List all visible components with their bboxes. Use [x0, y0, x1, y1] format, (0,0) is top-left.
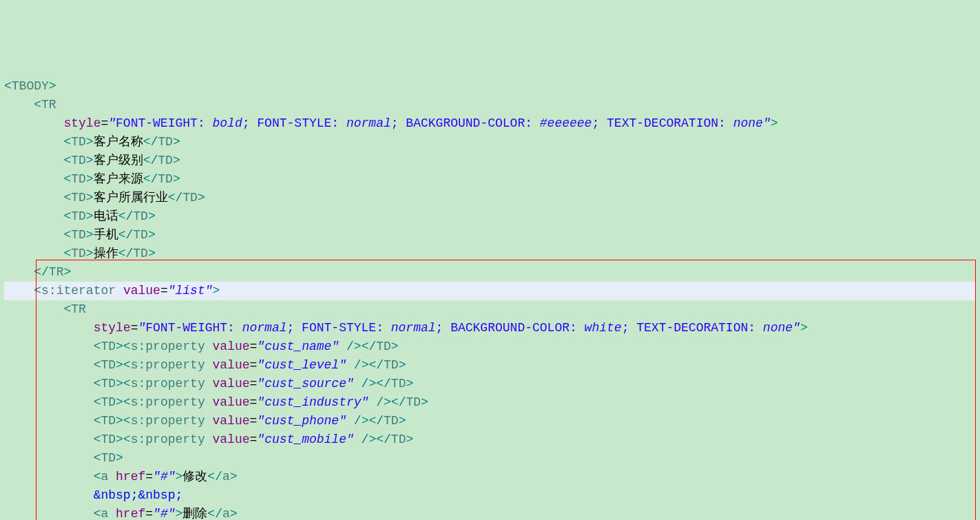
- attr-value: normal: [391, 321, 436, 335]
- tag-name: TD: [101, 358, 116, 372]
- angle-bracket: <: [123, 414, 131, 428]
- angle-bracket: <: [362, 340, 369, 353]
- angle-bracket: >: [173, 135, 180, 149]
- equals: =: [145, 507, 153, 520]
- code-line: <TD>: [4, 451, 123, 465]
- slash: /: [354, 414, 362, 428]
- equals: =: [250, 340, 258, 353]
- tag-name: TD: [391, 433, 406, 446]
- attr-name: href: [116, 470, 145, 483]
- tag-name: a: [222, 470, 230, 483]
- equals: =: [250, 377, 258, 391]
- tag-name: TD: [71, 228, 86, 242]
- tag-name: s:property: [131, 395, 205, 409]
- text-content: 客户级别: [94, 154, 143, 167]
- angle-bracket: <: [63, 247, 71, 260]
- slash: /: [150, 172, 158, 186]
- code-line: <TD>客户所属行业</TD>: [4, 191, 205, 205]
- equals: =: [160, 284, 168, 298]
- angle-bracket: >: [176, 507, 183, 520]
- attr-value: "cust_phone": [257, 414, 346, 428]
- code-line: <TD>手机</TD>: [4, 228, 156, 242]
- code-line: <TD>客户名称</TD>: [4, 135, 180, 149]
- tag-name: s:property: [131, 358, 205, 372]
- angle-bracket: >: [771, 116, 778, 130]
- attr-value: "cust_source": [257, 377, 353, 391]
- attr-value: "cust_mobile": [257, 433, 353, 446]
- attr-name: style: [63, 116, 101, 130]
- tag-name: TD: [101, 340, 116, 353]
- attr-value: FONT-WEIGHT:: [116, 116, 212, 130]
- tag-name: TD: [133, 228, 148, 242]
- slash: /: [41, 265, 49, 279]
- tag-name: s:property: [131, 414, 205, 428]
- code-line: <TD><s:property value="cust_source" /></…: [4, 377, 413, 391]
- attr-value: ; FONT-STYLE:: [242, 116, 346, 130]
- text-content: 操作: [94, 247, 118, 260]
- tag-name: a: [101, 470, 108, 483]
- slash: /: [362, 433, 369, 446]
- text-content: 客户名称: [94, 135, 143, 149]
- equals: =: [250, 358, 258, 372]
- tag-name: s:property: [131, 433, 205, 446]
- code-line: <TBODY>: [4, 79, 56, 93]
- angle-bracket: <: [63, 154, 71, 167]
- attr-name: value: [213, 377, 250, 391]
- angle-bracket: <: [34, 265, 41, 279]
- angle-bracket: >: [148, 228, 156, 242]
- angle-bracket: <: [376, 377, 384, 391]
- equals: =: [131, 321, 138, 335]
- code-line: <TD>客户来源</TD>: [4, 172, 180, 186]
- angle-bracket: >: [116, 433, 123, 446]
- attr-name: href: [116, 507, 145, 520]
- slash: /: [125, 247, 133, 260]
- angle-bracket: >: [384, 395, 391, 409]
- angle-bracket: <: [94, 451, 101, 465]
- angle-bracket: >: [116, 414, 123, 428]
- angle-bracket: >: [86, 191, 94, 205]
- attr-value: "#": [153, 470, 175, 483]
- angle-bracket: <: [63, 209, 71, 223]
- attr-value: "cust_level": [257, 358, 346, 372]
- angle-bracket: <: [168, 191, 176, 205]
- angle-bracket: >: [148, 209, 156, 223]
- attr-value: white: [585, 321, 622, 335]
- angle-bracket: <: [94, 358, 101, 372]
- tag-name: TD: [101, 433, 116, 446]
- equals: =: [250, 414, 258, 428]
- tag-name: TD: [101, 451, 116, 465]
- angle-bracket: <: [34, 98, 41, 112]
- text-content: 删除: [183, 507, 207, 520]
- highlighted-line: <s:iterator value="list">: [4, 282, 976, 300]
- equals: =: [250, 433, 258, 446]
- code-line: <TD>客户级别</TD>: [4, 154, 180, 167]
- angle-bracket: >: [86, 154, 94, 167]
- quote: ": [793, 321, 800, 335]
- angle-bracket: >: [362, 414, 369, 428]
- angle-bracket: <: [63, 228, 71, 242]
- code-line: <TD>操作</TD>: [4, 247, 156, 260]
- code-line: <TD><s:property value="cust_industry" />…: [4, 395, 428, 409]
- angle-bracket: <: [94, 507, 101, 520]
- angle-bracket: >: [368, 433, 376, 446]
- equals: =: [250, 395, 258, 409]
- tag-name: TD: [71, 154, 86, 167]
- code-line: <TR: [4, 302, 86, 316]
- slash: /: [354, 358, 362, 372]
- angle-bracket: >: [173, 172, 180, 186]
- angle-bracket: <: [94, 433, 101, 446]
- angle-bracket: >: [368, 377, 376, 391]
- angle-bracket: <: [63, 302, 71, 316]
- tag-name: s:iterator: [41, 284, 116, 298]
- angle-bracket: <: [63, 191, 71, 205]
- attr-name: value: [213, 414, 250, 428]
- code-line: style="FONT-WEIGHT: bold; FONT-STYLE: no…: [4, 116, 778, 130]
- angle-bracket: <: [207, 470, 215, 483]
- angle-bracket: >: [399, 414, 406, 428]
- angle-bracket: <: [63, 135, 71, 149]
- text-content: 修改: [183, 470, 207, 483]
- tag-name: s:property: [131, 340, 205, 353]
- code-line: <TD><s:property value="cust_name" /></TD…: [4, 340, 399, 353]
- slash: /: [346, 340, 354, 353]
- angle-bracket: >: [86, 135, 94, 149]
